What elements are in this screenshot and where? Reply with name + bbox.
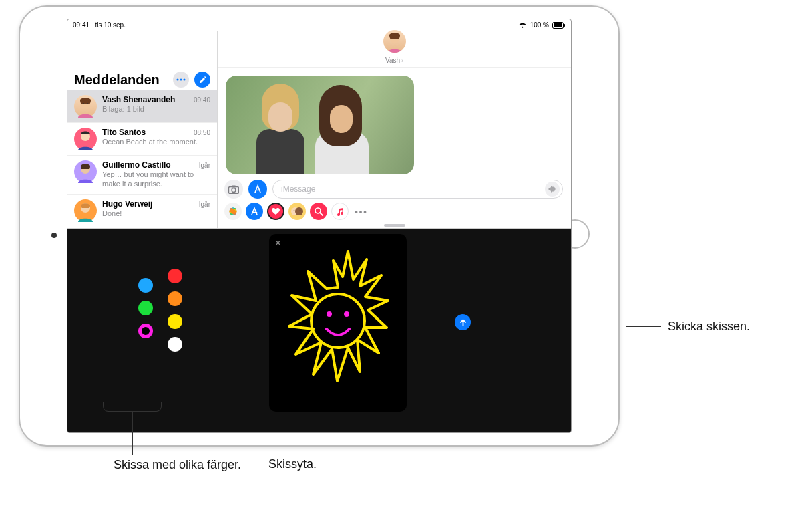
photo-person (252, 81, 306, 174)
memoji-app-icon[interactable] (288, 203, 306, 220)
contact-name: Vash (385, 57, 400, 64)
color-swatch-green[interactable] (138, 301, 153, 315)
send-sketch-button[interactable] (455, 314, 471, 330)
compose-input[interactable]: iMessage (272, 180, 563, 199)
wifi-icon (518, 22, 527, 29)
conversation-time: Igår (199, 201, 210, 208)
svg-point-7 (83, 103, 84, 104)
avatar (74, 128, 97, 150)
list-item[interactable]: Tito Santos 08:50 Ocean Beach at the mom… (67, 123, 217, 156)
conversation-name: Hugo Verweij (102, 199, 152, 209)
svg-rect-1 (554, 23, 562, 27)
svg-point-3 (176, 78, 178, 80)
status-time: 09:41 (73, 21, 89, 29)
svg-point-31 (328, 313, 331, 315)
compose-row: iMessage (218, 177, 571, 200)
svg-rect-2 (564, 24, 566, 27)
compose-button[interactable] (194, 72, 210, 88)
appstore-app-icon[interactable] (246, 203, 263, 220)
drawer-drag-handle[interactable] (384, 224, 405, 227)
callout-text: Skicka skissen. (668, 320, 750, 334)
color-swatch-magenta[interactable] (138, 324, 153, 338)
conversation-list: Vash Shenavandeh 09:40 Bilaga: 1 bild (67, 90, 217, 228)
avatar (74, 95, 97, 118)
battery-percent: 100 % (530, 21, 549, 29)
conversation-preview: Bilaga: 1 bild (102, 105, 210, 114)
conversation-pane: Vash› (218, 31, 571, 228)
contact-header[interactable]: Vash› (383, 30, 406, 66)
conversation-name: Guillermo Castillo (102, 160, 171, 170)
chevron-right-icon: › (401, 57, 403, 64)
camera-button[interactable] (224, 180, 243, 199)
svg-point-25 (295, 207, 303, 215)
front-camera (51, 233, 57, 238)
avatar (74, 199, 97, 222)
conversation-preview: Ocean Beach at the moment. (102, 138, 210, 147)
conversation-preview: Done! (102, 209, 210, 219)
images-search-app-icon[interactable] (310, 203, 327, 220)
svg-point-27 (300, 210, 301, 211)
color-swatch-blue[interactable] (138, 278, 153, 293)
sketch-canvas[interactable]: ✕ (269, 234, 407, 412)
digital-touch-app-icon[interactable] (267, 203, 284, 220)
conversation-time: 09:40 (194, 96, 210, 104)
svg-rect-15 (232, 185, 236, 187)
close-icon[interactable]: ✕ (274, 238, 282, 248)
svg-point-26 (294, 210, 295, 211)
photos-app-icon[interactable] (224, 203, 242, 220)
screen: 09:41 tis 10 sep. 100 % M (67, 19, 572, 433)
callout-text: Skissa med olika färger. (114, 457, 260, 473)
callout-colors: Skissa med olika färger. (114, 457, 260, 473)
color-swatch-red[interactable] (168, 269, 182, 283)
svg-point-32 (345, 313, 348, 315)
conversation-time: 08:50 (194, 129, 210, 136)
callout-canvas: Skissyta. (268, 457, 317, 471)
list-item[interactable]: Guillermo Castillo Igår Yep… but you mig… (67, 156, 217, 195)
avatar (74, 160, 97, 183)
svg-point-8 (87, 103, 88, 104)
svg-point-14 (232, 188, 236, 192)
color-palette (138, 269, 184, 353)
imessage-app-drawer: ••• (218, 200, 571, 224)
music-app-icon[interactable] (331, 203, 349, 220)
color-swatch-white[interactable] (168, 337, 182, 352)
conversation-name: Tito Santos (102, 128, 146, 137)
conversation-preview: Yep… but you might want to make it a sur… (102, 170, 210, 189)
svg-line-29 (320, 213, 323, 215)
list-item[interactable]: Vash Shenavandeh 09:40 Bilaga: 1 bild (67, 90, 217, 123)
color-swatch-orange[interactable] (168, 291, 182, 306)
conversation-name: Vash Shenavandeh (102, 95, 175, 104)
svg-point-5 (183, 78, 185, 80)
compose-placeholder: iMessage (281, 184, 315, 194)
conversation-list-sidebar: Meddelanden (67, 31, 218, 228)
conversation-time: Igår (199, 162, 210, 169)
sidebar-title: Meddelanden (74, 72, 160, 88)
ipad-frame: 09:41 tis 10 sep. 100 % M (19, 5, 620, 447)
list-item[interactable]: Hugo Verweij Igår Done! (67, 195, 217, 227)
status-bar: 09:41 tis 10 sep. 100 % (67, 19, 571, 31)
color-swatch-yellow[interactable] (168, 314, 182, 329)
callout-text: Skissyta. (268, 457, 317, 471)
apps-button[interactable] (248, 180, 267, 199)
sketch-drawing (281, 247, 395, 394)
callout-send: Skicka skissen. (626, 320, 750, 334)
svg-point-4 (180, 78, 182, 80)
more-apps-icon[interactable]: ••• (353, 203, 370, 220)
status-date: tis 10 sep. (95, 21, 126, 29)
avatar (383, 30, 406, 53)
more-button[interactable] (173, 72, 189, 88)
battery-icon (552, 22, 566, 29)
message-photo[interactable] (226, 76, 414, 174)
photo-person (313, 81, 371, 174)
audio-message-button[interactable] (545, 182, 560, 197)
